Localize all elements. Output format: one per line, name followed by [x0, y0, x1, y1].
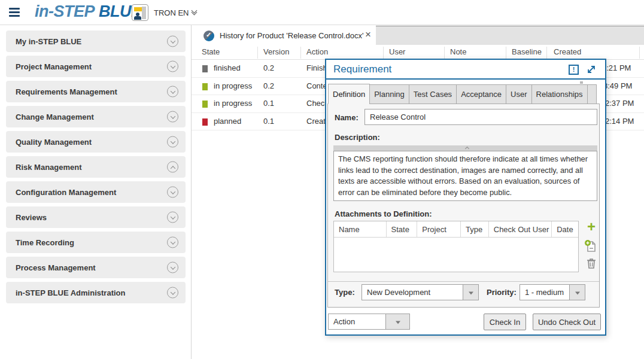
description-textarea[interactable]: The CMS reporting function should theref… [333, 151, 597, 201]
hamburger-menu-icon[interactable] [9, 8, 20, 17]
chevron-down-icon[interactable] [167, 237, 178, 248]
tab-strip-filler [376, 26, 644, 45]
definition-tab-panel: Name: Release Control Description: The C… [327, 104, 600, 308]
sidebar-item-label: Requirements Management [16, 87, 117, 96]
maximize-icon[interactable] [587, 65, 596, 74]
sidebar-item-quality-management[interactable]: Quality Management [6, 131, 186, 153]
action-dropdown[interactable]: Action [328, 314, 410, 330]
col-action[interactable]: Action [306, 47, 328, 56]
sidebar-item-label: Project Management [16, 62, 92, 71]
col-check-out-user[interactable]: Check Out User [489, 221, 552, 237]
chevron-down-icon[interactable] [167, 86, 178, 98]
user-menu[interactable]: TRON EN [132, 4, 196, 21]
attachments-table[interactable]: Name State Project Type Check Out User D… [333, 221, 579, 272]
priority-dropdown[interactable]: 1 - medium [520, 284, 585, 300]
tab-relationships[interactable]: Relationships [531, 84, 588, 104]
add-attachment-icon[interactable]: + [585, 221, 597, 233]
action-cell: Creat [306, 117, 326, 126]
attachments-empty-body [334, 238, 578, 272]
col-type[interactable]: Type [461, 221, 489, 237]
sidebar-item-reviews[interactable]: Reviews [6, 206, 186, 228]
state-label: finished [214, 63, 241, 72]
version-cell: 0.1 [263, 99, 274, 108]
sidebar-item-risk-management[interactable]: Risk Management [6, 156, 186, 178]
state-label: in progress [214, 99, 252, 108]
col-date[interactable]: Date [552, 221, 578, 237]
history-table-header: State Version Action User Note Baseline … [192, 45, 644, 60]
type-dropdown[interactable]: New Development [362, 284, 479, 300]
chevron-up-icon[interactable] [167, 162, 178, 173]
type-value: New Development [362, 284, 463, 300]
dropdown-arrow-icon[interactable] [386, 314, 410, 330]
chevron-down-icon[interactable] [167, 111, 178, 123]
tab-bar-filler [587, 84, 597, 104]
state-icon [202, 101, 208, 108]
action-value: Action [328, 314, 386, 330]
sidebar-item-requirements-management[interactable]: Requirements Management [6, 81, 186, 102]
sidebar-item-label: Time Recording [16, 238, 74, 247]
collapse-up-icon [464, 146, 469, 150]
add-document-icon[interactable] [584, 239, 597, 256]
chevron-down-icon[interactable] [167, 61, 178, 72]
app-logo: in-STEPBLUE [35, 2, 142, 21]
created-cell: 2:14 PM [605, 117, 634, 126]
description-label: Description: [335, 133, 380, 142]
name-input[interactable]: Release Control [364, 109, 597, 125]
mandatory-info-icon[interactable]: ! [569, 65, 579, 75]
sidebar-item-instep-administration[interactable]: in-STEP BLUE Administration [6, 282, 186, 303]
name-label: Name: [335, 113, 359, 122]
sidebar-item-my-instep-blue[interactable]: My in-STEP BLUE [6, 31, 186, 52]
col-name[interactable]: Name [334, 221, 387, 237]
chevron-down-icon[interactable] [167, 262, 178, 273]
created-cell: 8:49 PM [603, 81, 632, 90]
attachments-table-header: Name State Project Type Check Out User D… [334, 221, 578, 238]
tab-user[interactable]: User [506, 84, 531, 104]
chevron-down-icon[interactable] [167, 212, 178, 223]
user-name: TRON EN [154, 8, 189, 17]
col-note[interactable]: Note [450, 47, 466, 56]
col-version[interactable]: Version [263, 47, 289, 56]
undo-check-out-button[interactable]: Undo Check Out [533, 314, 601, 330]
close-tab-icon[interactable]: × [365, 29, 371, 41]
chevron-down-icon[interactable] [167, 187, 178, 198]
tab-test-cases[interactable]: Test Cases [409, 84, 457, 104]
type-label: Type: [335, 288, 355, 297]
dropdown-arrow-icon[interactable] [463, 284, 479, 300]
col-user[interactable]: User [389, 47, 405, 56]
history-check-icon [203, 31, 214, 41]
check-in-button[interactable]: Check In [484, 314, 526, 330]
tab-acceptance[interactable]: Acceptance [456, 84, 506, 104]
tab-history-release-control[interactable]: History for Product 'Release Control.doc… [198, 26, 376, 45]
chevron-down-icon[interactable] [167, 287, 178, 299]
sidebar-item-project-management[interactable]: Project Management [6, 56, 186, 77]
chevron-down-icon[interactable] [167, 36, 178, 47]
dropdown-arrow-icon[interactable] [570, 284, 585, 300]
dialog-titlebar[interactable]: Requirement ! [326, 60, 605, 80]
chevron-down-icon[interactable] [167, 136, 178, 148]
sidebar-item-label: Configuration Management [16, 188, 116, 197]
sidebar-item-change-management[interactable]: Change Management [6, 106, 186, 127]
sidebar-item-configuration-management[interactable]: Configuration Management [6, 181, 186, 203]
priority-value: 1 - medium [520, 284, 570, 300]
col-state[interactable]: State [387, 221, 418, 237]
dialog-tab-bar: Definition Planning Test Cases Acceptanc… [329, 84, 597, 104]
tab-definition[interactable]: Definition [328, 84, 370, 104]
priority-label: Priority: [487, 288, 517, 297]
sidebar-item-label: My in-STEP BLUE [16, 37, 81, 46]
col-created[interactable]: Created [554, 47, 581, 56]
sidebar-item-process-management[interactable]: Process Management [6, 257, 186, 278]
sidebar-item-label: Risk Management [16, 163, 82, 172]
col-state[interactable]: State [202, 47, 220, 56]
col-baseline[interactable]: Baseline [512, 47, 542, 56]
col-project[interactable]: Project [417, 221, 461, 237]
requirement-dialog: Requirement ! Definition Planning Test C… [325, 59, 606, 336]
action-cell: Finish [306, 63, 327, 72]
version-cell: 0.2 [263, 81, 274, 90]
state-label: in progress [214, 81, 252, 90]
sidebar-item-time-recording[interactable]: Time Recording [6, 232, 186, 253]
state-label: planned [214, 117, 241, 126]
description-collapse-bar[interactable] [333, 145, 597, 151]
delete-attachment-icon[interactable] [586, 257, 597, 272]
created-cell: 7:21 PM [602, 63, 631, 72]
tab-planning[interactable]: Planning [369, 84, 409, 104]
